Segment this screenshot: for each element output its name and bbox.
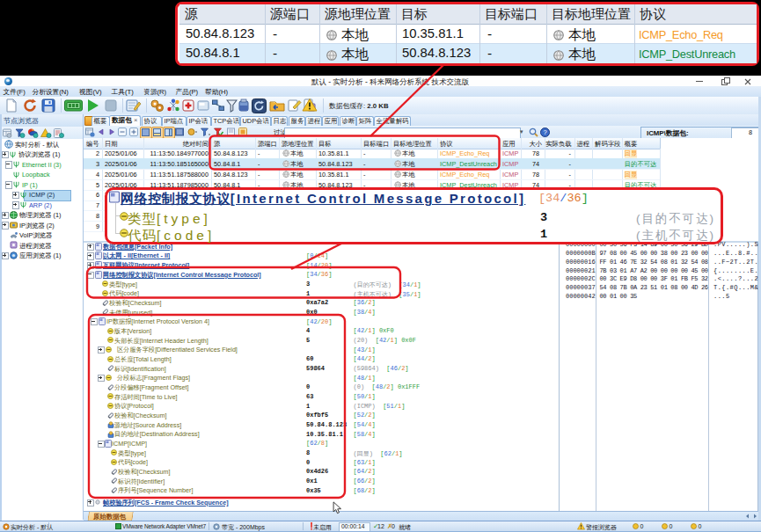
svg-text:?: ? [543,128,546,136]
